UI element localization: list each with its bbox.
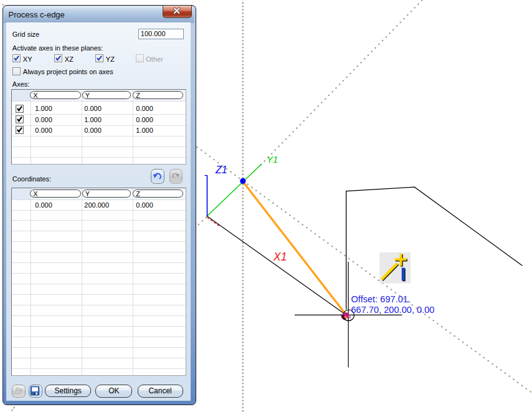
svg-text:Y1: Y1 [267, 154, 278, 165]
svg-text:Z1: Z1 [215, 165, 227, 175]
svg-text:X1: X1 [273, 251, 287, 263]
svg-text:Offset: 697.01.: Offset: 697.01. [351, 294, 411, 304]
svg-text:667.70, 200.00, 0.00: 667.70, 200.00, 0.00 [351, 305, 435, 315]
